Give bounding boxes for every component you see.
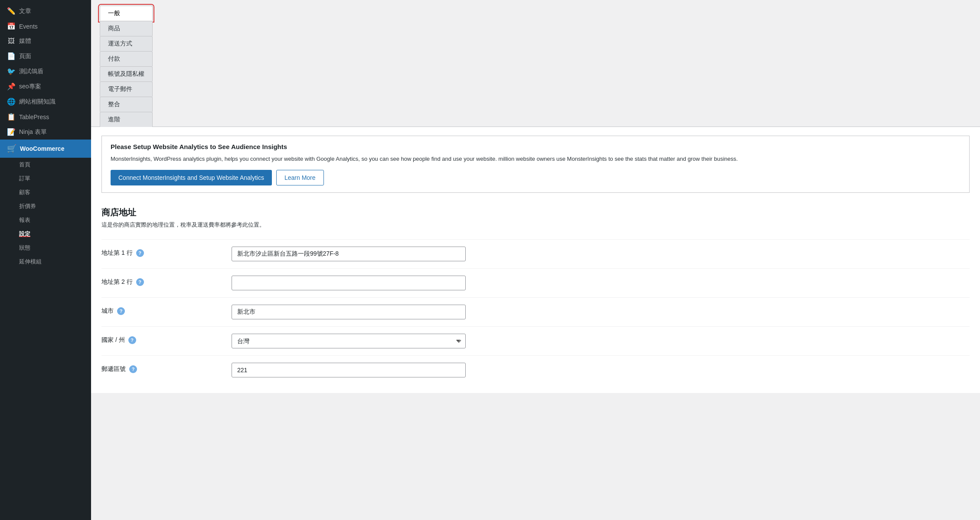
sidebar-item-media[interactable]: 🖼媒體 [0, 34, 91, 49]
woo-sub-item-settings[interactable]: 設定 [0, 227, 91, 241]
woocommerce-label: WooCommerce [20, 145, 64, 152]
sidebar: ✏️文章📅Events🖼媒體📄頁面🐦測試鴿盾📌seo專案🌐網站相關知識📋Tabl… [0, 0, 91, 520]
form-row-address2: 地址第 2 行? [101, 268, 970, 297]
sidebar-item-label: 媒體 [19, 37, 31, 45]
help-icon-country[interactable]: ? [128, 336, 136, 344]
woocommerce-icon: 🛒 [7, 144, 16, 153]
tab-accounts[interactable]: 帳號及隱私權 [100, 66, 153, 81]
input-address1[interactable] [232, 247, 466, 261]
control-city [232, 305, 466, 319]
select-country[interactable]: 台灣 [232, 334, 466, 348]
seo-icon: 📌 [7, 82, 16, 91]
sidebar-item-label: Ninja 表單 [19, 128, 47, 136]
woocommerce-menu-item[interactable]: 🛒 WooCommerce [0, 140, 91, 158]
store-address-title: 商店地址 [101, 203, 970, 218]
pages-icon: 📄 [7, 52, 16, 60]
input-city[interactable] [232, 305, 466, 319]
tab-shipping[interactable]: 運送方式 [100, 36, 153, 51]
label-city: 城市? [101, 305, 223, 315]
sidebar-item-events[interactable]: 📅Events [0, 19, 91, 34]
sidebar-item-knowledge[interactable]: 🌐網站相關知識 [0, 94, 91, 109]
tab-integration[interactable]: 整合 [100, 97, 153, 112]
learn-more-button[interactable]: Learn More [276, 170, 324, 185]
field-label-text: 郵遞區號 [101, 365, 126, 373]
field-label-text: 地址第 1 行 [101, 249, 133, 257]
woo-sub-item-status[interactable]: 狀態 [0, 241, 91, 255]
help-icon-address1[interactable]: ? [136, 249, 144, 257]
sidebar-item-label: Events [19, 23, 38, 30]
help-icon-city[interactable]: ? [117, 307, 125, 315]
connect-monsterinsights-button[interactable]: Connect MonsterInsights and Setup Websit… [111, 170, 272, 185]
field-label-text: 地址第 2 行 [101, 278, 133, 286]
settings-tabs: 一般商品運送方式付款帳號及隱私權電子郵件整合進階 [91, 0, 980, 127]
tablepress-icon: 📋 [7, 113, 16, 121]
control-country: 台灣 [232, 334, 466, 348]
woocommerce-submenu: 首頁訂單顧客折價券報表設定狀態延伸模組 [0, 158, 91, 269]
sidebar-item-label: seo專案 [19, 83, 41, 91]
sidebar-item-label: 測試鴿盾 [19, 68, 43, 75]
ninja-forms-icon: 📝 [7, 128, 16, 136]
woo-sub-item-coupons[interactable]: 折價券 [0, 199, 91, 213]
label-postcode: 郵遞區號? [101, 363, 223, 373]
tab-payments[interactable]: 付款 [100, 51, 153, 66]
woo-sub-item-extensions[interactable]: 延伸模組 [0, 255, 91, 269]
events-icon: 📅 [7, 22, 16, 30]
form-row-postcode: 郵遞區號? [101, 355, 970, 384]
sidebar-item-label: TablePress [19, 114, 49, 120]
sidebar-item-label: 文章 [19, 7, 31, 15]
tab-products[interactable]: 商品 [100, 21, 153, 36]
sidebar-item-posts[interactable]: ✏️文章 [0, 3, 91, 19]
woo-sub-item-customers[interactable]: 顧客 [0, 185, 91, 199]
banner-actions: Connect MonsterInsights and Setup Websit… [111, 170, 960, 185]
input-address2[interactable] [232, 276, 466, 290]
select-wrapper-country: 台灣 [232, 334, 466, 348]
tab-email[interactable]: 電子郵件 [100, 81, 153, 97]
control-postcode [232, 363, 466, 377]
settings-content: Please Setup Website Analytics to See Au… [91, 127, 980, 393]
posts-icon: ✏️ [7, 7, 16, 15]
form-row-country: 國家 / 州?台灣 [101, 326, 970, 355]
store-address-desc: 這是你的商店實際的地理位置，稅率及運送費率都將參考此位置。 [101, 221, 970, 229]
sidebar-item-label: 頁面 [19, 52, 31, 60]
sidebar-item-pages[interactable]: 📄頁面 [0, 49, 91, 64]
label-country: 國家 / 州? [101, 334, 223, 344]
field-label-text: 國家 / 州 [101, 336, 125, 344]
control-address2 [232, 276, 466, 290]
sidebar-item-seo[interactable]: 📌seo專案 [0, 79, 91, 94]
help-icon-address2[interactable]: ? [136, 278, 144, 286]
knowledge-icon: 🌐 [7, 98, 16, 106]
form-row-address1: 地址第 1 行? [101, 239, 970, 268]
main-content: 一般商品運送方式付款帳號及隱私權電子郵件整合進階 Please Setup We… [91, 0, 980, 520]
banner-description: MonsterInsights, WordPress analytics plu… [111, 155, 960, 164]
woo-sub-item-home[interactable]: 首頁 [0, 158, 91, 172]
tab-general[interactable]: 一般 [100, 6, 153, 21]
control-address1 [232, 247, 466, 261]
woo-sub-item-reports[interactable]: 報表 [0, 213, 91, 227]
sidebar-item-tablepress[interactable]: 📋TablePress [0, 109, 91, 124]
tab-advanced[interactable]: 進階 [100, 112, 153, 127]
sidebar-item-label: 網站相關知識 [19, 98, 56, 106]
analytics-banner: Please Setup Website Analytics to See Au… [101, 136, 970, 193]
label-address2: 地址第 2 行? [101, 276, 223, 286]
field-label-text: 城市 [101, 307, 114, 315]
input-postcode[interactable] [232, 363, 466, 377]
woo-sub-item-orders[interactable]: 訂單 [0, 172, 91, 185]
media-icon: 🖼 [7, 37, 16, 45]
sidebar-item-ninja-forms[interactable]: 📝Ninja 表單 [0, 124, 91, 140]
sidebar-item-test-pigeons[interactable]: 🐦測試鴿盾 [0, 64, 91, 79]
test-pigeons-icon: 🐦 [7, 67, 16, 75]
help-icon-postcode[interactable]: ? [129, 365, 137, 373]
form-row-city: 城市? [101, 297, 970, 326]
banner-title: Please Setup Website Analytics to See Au… [111, 143, 960, 150]
label-address1: 地址第 1 行? [101, 247, 223, 257]
